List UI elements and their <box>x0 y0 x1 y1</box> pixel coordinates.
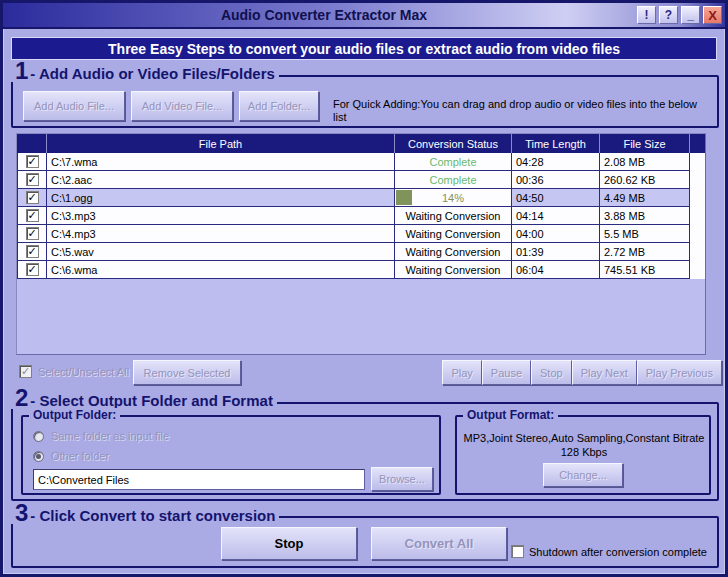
file-path: C:\5.wav <box>47 243 395 261</box>
play-button[interactable]: Play <box>442 360 481 385</box>
row-checkbox[interactable]: ✓ <box>26 155 39 168</box>
file-list-header: File Path Conversion Status Time Length … <box>17 134 705 153</box>
conversion-status: Complete <box>395 153 512 171</box>
select-all-checkbox[interactable]: ✓ <box>19 365 32 378</box>
banner-text: Three Easy Steps to convert your audio f… <box>11 37 717 60</box>
file-path: C:\3.mp3 <box>47 207 395 225</box>
conversion-status: Complete <box>395 171 512 189</box>
browse-button[interactable]: Browse... <box>371 467 433 491</box>
conversion-progress-cell: 14% <box>395 189 512 207</box>
time-length: 04:14 <box>512 207 600 225</box>
remove-selected-button[interactable]: Remove Selected <box>133 360 241 385</box>
output-folder-input[interactable]: C:\Converted Files <box>33 469 365 490</box>
info-button[interactable]: ! <box>637 6 656 24</box>
select-unselect-all[interactable]: ✓ Select/Unselect All <box>19 365 129 378</box>
output-format-label: Output Format: <box>463 408 558 422</box>
file-size: 2.08 MB <box>600 153 690 171</box>
table-row[interactable]: ✓ C:\4.mp3 Waiting Conversion 04:00 5.5 … <box>17 225 705 243</box>
shutdown-label: Shutdown after conversion complete <box>529 546 707 558</box>
file-path: C:\1.ogg <box>47 189 395 207</box>
playback-controls: Play Pause Stop Play Next Play Previous <box>442 360 722 385</box>
file-size: 260.62 KB <box>600 171 690 189</box>
table-row[interactable]: ✓ C:\5.wav Waiting Conversion 01:39 2.72… <box>17 243 705 261</box>
stop-playback-button[interactable]: Stop <box>531 360 572 385</box>
shutdown-checkbox[interactable]: ✓ <box>511 545 524 558</box>
quick-add-hint: For Quick Adding:You can drag and drop a… <box>333 98 711 124</box>
select-all-label: Select/Unselect All <box>38 366 129 378</box>
minimize-button[interactable]: _ <box>681 6 700 24</box>
file-list[interactable]: File Path Conversion Status Time Length … <box>16 133 706 355</box>
help-button[interactable]: ? <box>659 6 678 24</box>
time-length: 06:04 <box>512 261 600 279</box>
pause-button[interactable]: Pause <box>482 360 531 385</box>
file-size: 4.49 MB <box>600 189 690 207</box>
row-checkbox[interactable]: ✓ <box>26 209 39 222</box>
stop-conversion-button[interactable]: Stop <box>221 527 357 560</box>
time-length: 04:50 <box>512 189 600 207</box>
file-size: 2.72 MB <box>600 243 690 261</box>
table-row[interactable]: ✓ C:\3.mp3 Waiting Conversion 04:14 3.88… <box>17 207 705 225</box>
row-checkbox[interactable]: ✓ <box>26 191 39 204</box>
step2-number: 2 <box>15 388 28 408</box>
conversion-status: Waiting Conversion <box>395 261 512 279</box>
row-checkbox[interactable]: ✓ <box>26 245 39 258</box>
radio-other-folder-circle[interactable] <box>33 451 44 462</box>
step1-heading: 1 - Add Audio or Video Files/Folders <box>11 61 279 82</box>
progress-percent: 14% <box>395 192 511 204</box>
time-length: 04:00 <box>512 225 600 243</box>
conversion-status: Waiting Conversion <box>395 207 512 225</box>
close-button[interactable]: X <box>703 6 722 24</box>
change-format-button[interactable]: Change... <box>543 463 623 487</box>
add-audio-file-button[interactable]: Add Audio File... <box>23 91 125 121</box>
time-length: 04:28 <box>512 153 600 171</box>
row-checkbox[interactable]: ✓ <box>26 173 39 186</box>
step3-heading: 3 - Click Convert to start conversion <box>11 503 279 524</box>
output-format-description: MP3,Joint Stereo,Auto Sampling,Constant … <box>461 431 707 459</box>
time-length: 00:36 <box>512 171 600 189</box>
window-title: Audio Converter Extractor Max <box>3 7 645 23</box>
file-path: C:\4.mp3 <box>47 225 395 243</box>
radio-same-folder-label: Same folder as input file <box>51 430 169 442</box>
conversion-status: Waiting Conversion <box>395 243 512 261</box>
file-size: 3.88 MB <box>600 207 690 225</box>
file-path: C:\6.wma <box>47 261 395 279</box>
app-window: Audio Converter Extractor Max ! ? _ X Th… <box>0 0 728 577</box>
row-checkbox[interactable]: ✓ <box>26 227 39 240</box>
add-folder-button[interactable]: Add Folder... <box>239 91 319 121</box>
row-checkbox[interactable]: ✓ <box>26 263 39 276</box>
file-path: C:\2.aac <box>47 171 395 189</box>
conversion-status: Waiting Conversion <box>395 225 512 243</box>
header-conversion-status[interactable]: Conversion Status <box>395 134 512 153</box>
radio-other-folder[interactable]: Other folder <box>33 450 109 462</box>
step2-heading: 2 - Select Output Folder and Format <box>11 388 277 409</box>
radio-same-folder-circle[interactable] <box>33 431 44 442</box>
file-path: C:\7.wma <box>47 153 395 171</box>
header-file-size[interactable]: File Size <box>600 134 690 153</box>
radio-other-folder-label: Other folder <box>51 450 109 462</box>
file-size: 745.51 KB <box>600 261 690 279</box>
shutdown-option[interactable]: ✓ Shutdown after conversion complete <box>511 545 707 558</box>
output-folder-label: Output Folder: <box>29 408 120 422</box>
convert-all-button[interactable]: Convert All <box>371 527 507 560</box>
header-time-length[interactable]: Time Length <box>512 134 600 153</box>
table-row[interactable]: ✓ C:\6.wma Waiting Conversion 06:04 745.… <box>17 261 705 279</box>
time-length: 01:39 <box>512 243 600 261</box>
play-previous-button[interactable]: Play Previous <box>637 360 722 385</box>
title-bar: Audio Converter Extractor Max ! ? _ X <box>3 3 725 29</box>
step1-title: - Add Audio or Video Files/Folders <box>30 65 274 82</box>
table-row[interactable]: ✓ C:\2.aac Complete 00:36 260.62 KB <box>17 171 705 189</box>
file-size: 5.5 MB <box>600 225 690 243</box>
step2-title: - Select Output Folder and Format <box>30 392 273 409</box>
add-video-file-button[interactable]: Add Video File... <box>131 91 233 121</box>
step1-number: 1 <box>15 61 28 81</box>
radio-same-folder[interactable]: Same folder as input file <box>33 430 169 442</box>
header-checkbox-column <box>17 134 47 153</box>
step3-title: - Click Convert to start conversion <box>30 507 275 524</box>
table-row[interactable]: ✓ C:\7.wma Complete 04:28 2.08 MB <box>17 153 705 171</box>
step3-number: 3 <box>15 503 28 523</box>
header-file-path[interactable]: File Path <box>47 134 395 153</box>
play-next-button[interactable]: Play Next <box>572 360 637 385</box>
table-row-selected[interactable]: ✓ C:\1.ogg 14% 04:50 4.49 MB <box>17 189 705 207</box>
